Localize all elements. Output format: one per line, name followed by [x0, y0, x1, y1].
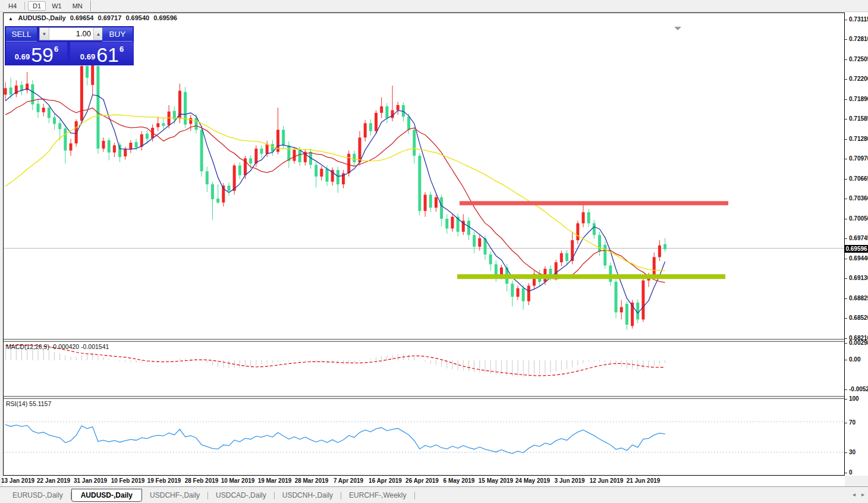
- date-label: 28 Feb 2019: [185, 477, 219, 484]
- macd-tick-label: -0.005256: [849, 386, 868, 392]
- timeframe-button-d1[interactable]: D1: [28, 1, 46, 11]
- buy-button[interactable]: BUY: [102, 27, 133, 42]
- price-tick-label: 0.71280: [849, 136, 868, 142]
- price-tick-label: 0.70360: [849, 195, 868, 202]
- price-tick: [845, 39, 847, 40]
- price-tick-label: 0.68825: [849, 295, 868, 301]
- price-tick: [845, 318, 847, 319]
- price-tick: [845, 259, 847, 259]
- price-tick: [845, 179, 847, 180]
- buy-price-prefix: 0.69: [80, 52, 95, 61]
- chart-tab-eurusddaily[interactable]: EURUSD-,Daily: [5, 489, 71, 501]
- date-label: 10 Mar 2019: [221, 477, 255, 484]
- price-tick: [845, 119, 847, 120]
- tab-scroll-right-icon[interactable]: ▸: [861, 491, 864, 498]
- rsi-tick: [845, 452, 847, 453]
- date-label: 3 Jun 2019: [554, 477, 584, 484]
- time-axis[interactable]: 13 Jan 201922 Jan 201931 Jan 201910 Feb …: [3, 476, 845, 486]
- price-tick-label: 0.70050: [849, 215, 868, 222]
- price-tick-label: 0.69130: [849, 275, 868, 281]
- date-label: 15 May 2019: [479, 477, 513, 484]
- sell-price-prefix: 0.69: [15, 52, 30, 61]
- price-tick: [845, 20, 847, 20]
- chart-tab-usdchfdaily[interactable]: USDCHF-,Daily: [142, 489, 207, 501]
- macd-label: MACD(12,26,9) -0.000420 -0.001541: [6, 343, 109, 350]
- low-value: 0.69540: [125, 14, 149, 21]
- sell-button[interactable]: SELL: [6, 27, 37, 42]
- date-label: 16 Apr 2019: [369, 477, 402, 484]
- timeframe-button-mn[interactable]: MN: [68, 1, 87, 11]
- rsi-label: RSI(14) 55.1157: [6, 400, 51, 407]
- price-tick-label: 0.73115: [849, 16, 868, 23]
- price-tick-label: 0.72505: [849, 56, 868, 62]
- chart-tab-usdcnhdaily[interactable]: USDCNH-,Daily: [275, 489, 341, 501]
- macd-tick: [845, 389, 847, 390]
- date-label: 12 Jun 2019: [590, 477, 624, 484]
- close-value: 0.69596: [153, 14, 177, 21]
- price-tick: [845, 219, 847, 219]
- price-tick-label: 0.71585: [849, 115, 868, 122]
- chart-tab-usdcaddaily[interactable]: USDCAD-,Daily: [208, 489, 274, 501]
- tab-scroll-left-icon[interactable]: ◂: [853, 491, 856, 498]
- sell-price-display[interactable]: 0.69 59 6: [6, 42, 67, 65]
- date-label: 21 Jun 2019: [627, 477, 661, 484]
- price-tick-label: 0.70970: [849, 155, 868, 162]
- price-tick-label: 0.71890: [849, 96, 868, 102]
- date-label: 26 Apr 2019: [405, 477, 439, 484]
- toolbar-separator: [90, 1, 91, 11]
- high-value: 0.69717: [98, 14, 122, 21]
- buy-price-pip: 6: [119, 45, 124, 54]
- chart-tab-eurchfweekly[interactable]: EURCHF-,Weekly: [341, 489, 414, 501]
- volume-increase-icon[interactable]: ▲: [93, 28, 103, 40]
- ohlc-info-line: ▲ AUDUSD-,Daily 0.69654 0.69717 0.69540 …: [8, 14, 180, 21]
- macd-panel[interactable]: MACD(12,26,9) -0.000420 -0.001541: [4, 342, 844, 396]
- volume-stepper: ▼ 1.00 ▲: [39, 27, 103, 40]
- chart-shift-marker-icon[interactable]: [674, 27, 681, 30]
- price-tick: [845, 199, 847, 199]
- timeframe-toolbar: H4D1W1MN: [0, 0, 868, 12]
- open-value: 0.69654: [70, 14, 94, 21]
- timeframe-button-w1[interactable]: W1: [47, 1, 67, 11]
- rsi-panel[interactable]: RSI(14) 55.1157: [4, 399, 844, 475]
- rsi-tick-label: 70: [849, 419, 856, 426]
- rsi-tick: [845, 423, 847, 423]
- date-label: 31 Jan 2019: [74, 477, 107, 484]
- price-tick: [845, 159, 847, 159]
- price-tick: [845, 59, 847, 60]
- macd-tick: [845, 360, 847, 360]
- price-tick: [845, 238, 847, 239]
- price-tick: [845, 99, 847, 100]
- sell-price-pip: 6: [54, 45, 58, 54]
- symbol-period: AUDUSD-,Daily: [18, 14, 66, 21]
- macd-tick-label: 0.00: [849, 356, 860, 363]
- sell-price-big: 59: [31, 45, 54, 64]
- price-tick-label: 0.70665: [849, 175, 868, 182]
- toolbar-separator: [24, 2, 25, 10]
- timeframe-button-h4[interactable]: H4: [4, 1, 21, 11]
- price-tick-label: 0.69440: [849, 255, 868, 262]
- one-click-trading-panel: SELL ▼ 1.00 ▲ BUY 0.69 59 6 0.69 61 6: [5, 26, 134, 65]
- price-tick-label: 0.72200: [849, 76, 868, 82]
- date-label: 19 Mar 2019: [258, 477, 292, 484]
- price-tick: [845, 338, 847, 339]
- date-label: 19 Feb 2019: [147, 477, 181, 484]
- price-tick: [845, 278, 847, 279]
- chart-tab-audusddaily[interactable]: AUDUSD-,Daily: [71, 489, 142, 502]
- trade-panel-collapse-icon[interactable]: ▲: [8, 16, 13, 21]
- volume-decrease-icon[interactable]: ▼: [40, 28, 49, 40]
- rsi-tick-label: 30: [849, 449, 856, 455]
- macd-tick-label: 0.002984: [849, 339, 868, 346]
- price-tick-label: 0.69745: [849, 235, 868, 241]
- buy-price-display[interactable]: 0.69 61 6: [70, 42, 134, 65]
- date-label: 10 Feb 2019: [111, 477, 145, 484]
- chart-tab-bar: EURUSD-,DailyAUDUSD-,DailyUSDCHF-,DailyU…: [0, 486, 868, 503]
- price-tick: [845, 139, 847, 140]
- price-axis[interactable]: 0.731150.728100.725050.722000.718900.715…: [845, 12, 868, 476]
- date-label: 22 Jan 2019: [37, 477, 70, 484]
- date-label: 6 May 2019: [444, 477, 475, 484]
- date-label: 24 May 2019: [515, 477, 550, 484]
- tab-separator: [414, 492, 415, 499]
- price-tick: [845, 298, 847, 299]
- volume-input[interactable]: 1.00: [49, 28, 93, 40]
- price-tick-label: 0.68520: [849, 315, 868, 321]
